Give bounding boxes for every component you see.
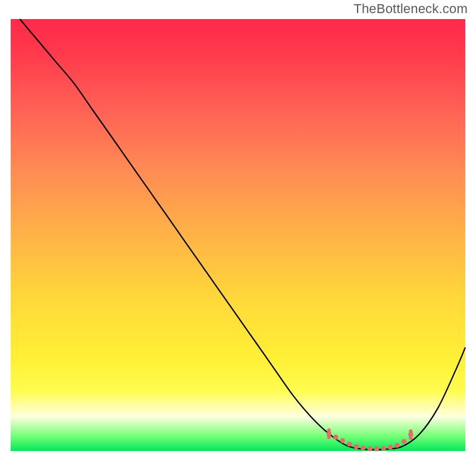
svg-rect-14 xyxy=(409,429,412,440)
chart-area xyxy=(11,19,465,471)
svg-point-3 xyxy=(340,438,345,443)
svg-point-9 xyxy=(381,446,386,450)
flat-region-markers xyxy=(327,428,414,452)
watermark-text: TheBottleneck.com xyxy=(353,1,468,17)
svg-point-2 xyxy=(333,435,338,440)
curve-layer xyxy=(11,19,465,451)
svg-point-7 xyxy=(367,446,372,451)
svg-point-1 xyxy=(327,431,331,436)
svg-point-5 xyxy=(353,444,358,449)
svg-point-4 xyxy=(347,441,352,446)
svg-point-12 xyxy=(402,439,406,444)
svg-point-11 xyxy=(394,443,399,447)
svg-point-6 xyxy=(361,446,365,450)
svg-point-10 xyxy=(388,444,393,449)
bottleneck-curve xyxy=(20,19,465,450)
svg-point-8 xyxy=(374,446,379,451)
